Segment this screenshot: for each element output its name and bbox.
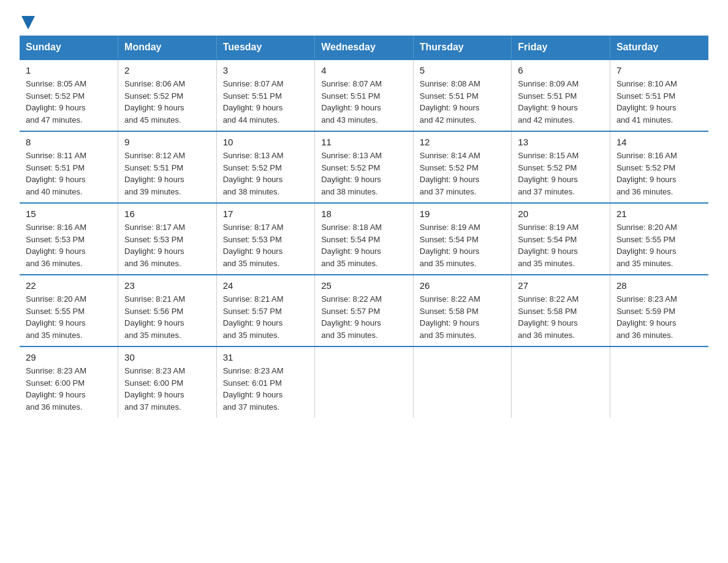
- calendar-day-cell: 16Sunrise: 8:17 AMSunset: 5:53 PMDayligh…: [118, 203, 217, 275]
- svg-marker-0: [21, 16, 35, 29]
- calendar-day-cell: 11Sunrise: 8:13 AMSunset: 5:52 PMDayligh…: [315, 131, 414, 203]
- calendar-day-cell: [512, 347, 610, 418]
- day-number: 12: [420, 137, 506, 147]
- day-number: 8: [26, 137, 112, 147]
- day-info: Sunrise: 8:10 AMSunset: 5:51 PMDaylight:…: [616, 78, 702, 126]
- calendar-day-cell: [315, 347, 414, 418]
- calendar-day-cell: 5Sunrise: 8:08 AMSunset: 5:51 PMDaylight…: [413, 59, 512, 131]
- day-number: 18: [321, 209, 407, 219]
- day-number: 4: [321, 65, 407, 75]
- day-info: Sunrise: 8:06 AMSunset: 5:52 PMDaylight:…: [124, 78, 210, 126]
- day-info: Sunrise: 8:17 AMSunset: 5:53 PMDaylight:…: [223, 221, 309, 269]
- calendar-table: SundayMondayTuesdayWednesdayThursdayFrid…: [20, 36, 708, 418]
- day-number: 20: [518, 209, 604, 219]
- calendar-day-cell: 1Sunrise: 8:05 AMSunset: 5:52 PMDaylight…: [20, 59, 118, 131]
- calendar-day-cell: 28Sunrise: 8:23 AMSunset: 5:59 PMDayligh…: [610, 275, 708, 347]
- day-info: Sunrise: 8:21 AMSunset: 5:56 PMDaylight:…: [124, 293, 210, 341]
- day-number: 24: [223, 280, 309, 291]
- day-number: 2: [124, 65, 210, 75]
- day-number: 23: [124, 280, 210, 291]
- calendar-day-cell: 31Sunrise: 8:23 AMSunset: 6:01 PMDayligh…: [216, 347, 315, 418]
- day-info: Sunrise: 8:23 AMSunset: 6:00 PMDaylight:…: [124, 365, 210, 413]
- calendar-day-cell: 24Sunrise: 8:21 AMSunset: 5:57 PMDayligh…: [216, 275, 315, 347]
- day-number: 21: [616, 209, 702, 219]
- day-info: Sunrise: 8:22 AMSunset: 5:58 PMDaylight:…: [420, 293, 506, 341]
- day-number: 28: [616, 280, 702, 291]
- calendar-header-row: SundayMondayTuesdayWednesdayThursdayFrid…: [20, 36, 708, 59]
- calendar-week-row: 1Sunrise: 8:05 AMSunset: 5:52 PMDaylight…: [20, 59, 708, 131]
- calendar-day-cell: [413, 347, 512, 418]
- day-info: Sunrise: 8:15 AMSunset: 5:52 PMDaylight:…: [518, 150, 604, 197]
- day-info: Sunrise: 8:18 AMSunset: 5:54 PMDaylight:…: [321, 221, 407, 269]
- day-info: Sunrise: 8:08 AMSunset: 5:51 PMDaylight:…: [420, 78, 506, 126]
- day-info: Sunrise: 8:11 AMSunset: 5:51 PMDaylight:…: [26, 150, 112, 197]
- day-number: 7: [616, 65, 702, 75]
- calendar-week-row: 29Sunrise: 8:23 AMSunset: 6:00 PMDayligh…: [20, 347, 708, 418]
- day-number: 19: [420, 209, 506, 219]
- calendar-day-cell: 23Sunrise: 8:21 AMSunset: 5:56 PMDayligh…: [118, 275, 217, 347]
- calendar-day-cell: 7Sunrise: 8:10 AMSunset: 5:51 PMDaylight…: [610, 59, 708, 131]
- calendar-week-row: 15Sunrise: 8:16 AMSunset: 5:53 PMDayligh…: [20, 203, 708, 275]
- calendar-day-cell: 18Sunrise: 8:18 AMSunset: 5:54 PMDayligh…: [315, 203, 414, 275]
- day-info: Sunrise: 8:09 AMSunset: 5:51 PMDaylight:…: [518, 78, 604, 126]
- day-number: 10: [223, 137, 309, 147]
- day-info: Sunrise: 8:20 AMSunset: 5:55 PMDaylight:…: [616, 221, 702, 269]
- day-info: Sunrise: 8:22 AMSunset: 5:57 PMDaylight:…: [321, 293, 407, 341]
- calendar-day-cell: 9Sunrise: 8:12 AMSunset: 5:51 PMDaylight…: [118, 131, 217, 203]
- weekday-header-tuesday: Tuesday: [216, 36, 315, 59]
- day-info: Sunrise: 8:22 AMSunset: 5:58 PMDaylight:…: [518, 293, 604, 341]
- day-number: 1: [26, 65, 112, 75]
- day-info: Sunrise: 8:13 AMSunset: 5:52 PMDaylight:…: [321, 150, 407, 197]
- day-info: Sunrise: 8:23 AMSunset: 5:59 PMDaylight:…: [616, 293, 702, 341]
- day-number: 30: [124, 352, 210, 362]
- weekday-header-monday: Monday: [118, 36, 217, 59]
- weekday-header-sunday: Sunday: [20, 36, 118, 59]
- calendar-day-cell: 22Sunrise: 8:20 AMSunset: 5:55 PMDayligh…: [20, 275, 118, 347]
- day-info: Sunrise: 8:17 AMSunset: 5:53 PMDaylight:…: [124, 221, 210, 269]
- weekday-header-friday: Friday: [512, 36, 610, 59]
- calendar-day-cell: 27Sunrise: 8:22 AMSunset: 5:58 PMDayligh…: [512, 275, 610, 347]
- calendar-day-cell: 4Sunrise: 8:07 AMSunset: 5:51 PMDaylight…: [315, 59, 414, 131]
- day-number: 22: [26, 280, 112, 291]
- day-number: 9: [124, 137, 210, 147]
- day-number: 6: [518, 65, 604, 75]
- calendar-day-cell: 3Sunrise: 8:07 AMSunset: 5:51 PMDaylight…: [216, 59, 315, 131]
- day-info: Sunrise: 8:07 AMSunset: 5:51 PMDaylight:…: [223, 78, 309, 126]
- day-number: 15: [26, 209, 112, 219]
- day-number: 5: [420, 65, 506, 75]
- day-info: Sunrise: 8:23 AMSunset: 6:01 PMDaylight:…: [223, 365, 309, 413]
- day-number: 31: [223, 352, 309, 362]
- page-header: [20, 15, 708, 26]
- day-info: Sunrise: 8:12 AMSunset: 5:51 PMDaylight:…: [124, 150, 210, 197]
- day-number: 11: [321, 137, 407, 147]
- day-info: Sunrise: 8:16 AMSunset: 5:52 PMDaylight:…: [616, 150, 702, 197]
- day-info: Sunrise: 8:07 AMSunset: 5:51 PMDaylight:…: [321, 78, 407, 126]
- calendar-day-cell: 12Sunrise: 8:14 AMSunset: 5:52 PMDayligh…: [413, 131, 512, 203]
- weekday-header-wednesday: Wednesday: [315, 36, 414, 59]
- logo-triangle-icon: [21, 16, 35, 29]
- calendar-day-cell: 30Sunrise: 8:23 AMSunset: 6:00 PMDayligh…: [118, 347, 217, 418]
- calendar-day-cell: 29Sunrise: 8:23 AMSunset: 6:00 PMDayligh…: [20, 347, 118, 418]
- calendar-day-cell: 8Sunrise: 8:11 AMSunset: 5:51 PMDaylight…: [20, 131, 118, 203]
- calendar-day-cell: 6Sunrise: 8:09 AMSunset: 5:51 PMDaylight…: [512, 59, 610, 131]
- day-info: Sunrise: 8:21 AMSunset: 5:57 PMDaylight:…: [223, 293, 309, 341]
- day-info: Sunrise: 8:23 AMSunset: 6:00 PMDaylight:…: [26, 365, 112, 413]
- day-number: 14: [616, 137, 702, 147]
- day-info: Sunrise: 8:19 AMSunset: 5:54 PMDaylight:…: [420, 221, 506, 269]
- day-number: 16: [124, 209, 210, 219]
- calendar-day-cell: 13Sunrise: 8:15 AMSunset: 5:52 PMDayligh…: [512, 131, 610, 203]
- day-number: 26: [420, 280, 506, 291]
- day-number: 25: [321, 280, 407, 291]
- day-info: Sunrise: 8:05 AMSunset: 5:52 PMDaylight:…: [26, 78, 112, 126]
- day-info: Sunrise: 8:13 AMSunset: 5:52 PMDaylight:…: [223, 150, 309, 197]
- calendar-day-cell: 17Sunrise: 8:17 AMSunset: 5:53 PMDayligh…: [216, 203, 315, 275]
- day-number: 17: [223, 209, 309, 219]
- calendar-day-cell: 25Sunrise: 8:22 AMSunset: 5:57 PMDayligh…: [315, 275, 414, 347]
- calendar-week-row: 8Sunrise: 8:11 AMSunset: 5:51 PMDaylight…: [20, 131, 708, 203]
- day-number: 13: [518, 137, 604, 147]
- calendar-day-cell: 26Sunrise: 8:22 AMSunset: 5:58 PMDayligh…: [413, 275, 512, 347]
- calendar-day-cell: 2Sunrise: 8:06 AMSunset: 5:52 PMDaylight…: [118, 59, 217, 131]
- day-info: Sunrise: 8:20 AMSunset: 5:55 PMDaylight:…: [26, 293, 112, 341]
- weekday-header-thursday: Thursday: [413, 36, 512, 59]
- calendar-week-row: 22Sunrise: 8:20 AMSunset: 5:55 PMDayligh…: [20, 275, 708, 347]
